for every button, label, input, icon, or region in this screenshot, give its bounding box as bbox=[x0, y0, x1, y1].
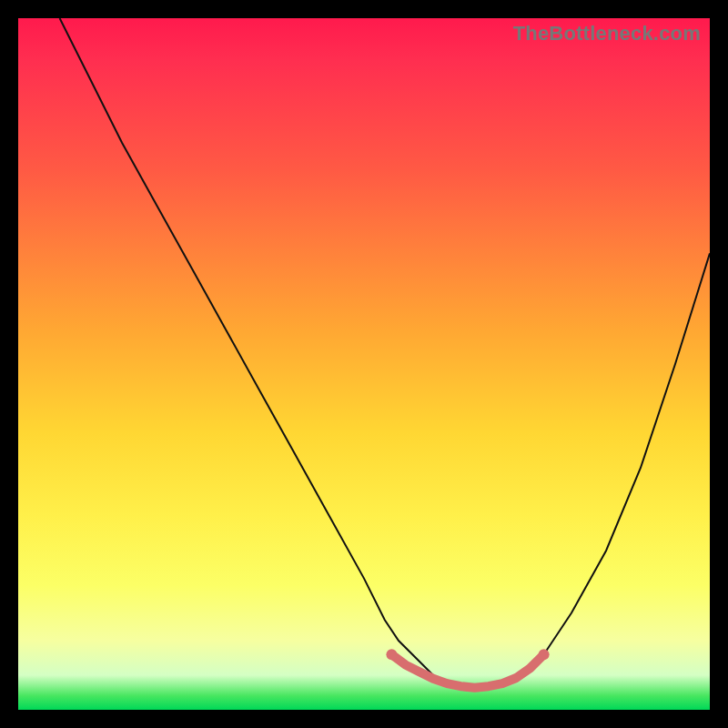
optimal-range-end-dot bbox=[539, 649, 550, 660]
optimal-range-highlight bbox=[391, 654, 543, 688]
chart-frame: TheBottleneck.com bbox=[18, 18, 710, 710]
chart-svg bbox=[18, 18, 710, 710]
bottleneck-curve bbox=[60, 18, 710, 689]
optimal-range-start-dot bbox=[386, 649, 397, 660]
